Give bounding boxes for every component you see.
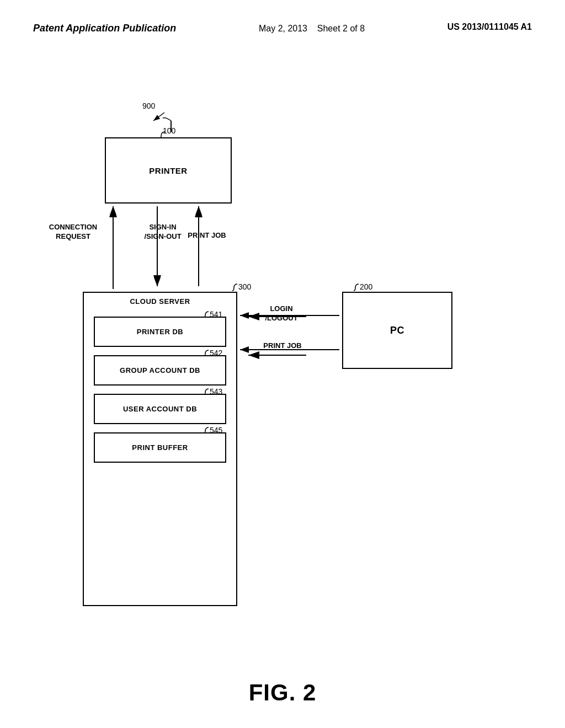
- patent-page: Patent Application Publication May 2, 20…: [0, 0, 565, 728]
- diagram-area: 900 100 PRINTER CONNECTIONREQUEST SIGN-I…: [0, 35, 565, 670]
- pc-box: PC: [342, 292, 452, 369]
- group-account-db-box: GROUP ACCOUNT DB: [94, 355, 226, 386]
- publication-number: US 2013/0111045 A1: [447, 22, 532, 32]
- page-header: Patent Application Publication May 2, 20…: [0, 0, 565, 35]
- figure-caption: FIG. 2: [249, 679, 317, 706]
- printer-connections: [83, 137, 248, 314]
- ref-200: 200: [353, 282, 372, 292]
- arrow-900: [148, 110, 170, 124]
- printer-db-box: PRINTER DB: [94, 317, 226, 347]
- pc-to-cloud-arrows: [237, 289, 348, 377]
- user-account-db-box: USER ACCOUNT DB: [94, 394, 226, 424]
- svg-line-10: [153, 113, 164, 121]
- publication-date-sheet: May 2, 2013 Sheet 2 of 8: [259, 22, 365, 35]
- ref-900: 900: [142, 101, 155, 110]
- print-buffer-box: PRINT BUFFER: [94, 432, 226, 463]
- publication-title: Patent Application Publication: [33, 22, 176, 35]
